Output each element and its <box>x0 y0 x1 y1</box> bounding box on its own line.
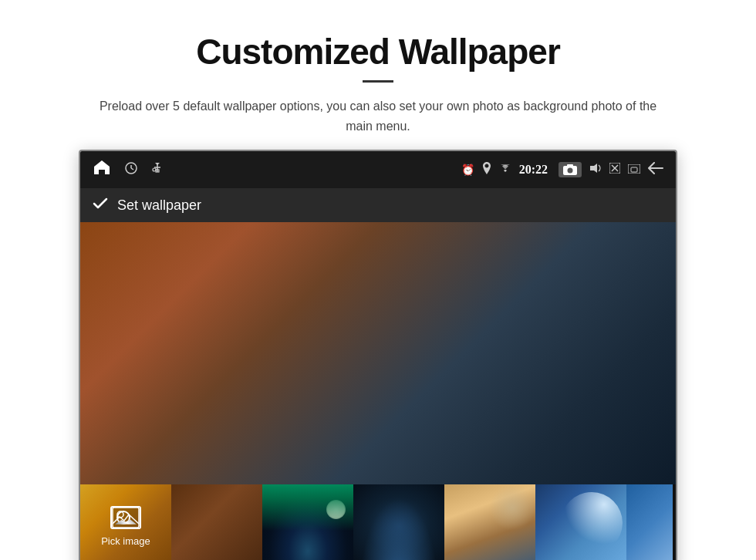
wallpaper-thumbnail-3[interactable] <box>353 484 444 560</box>
home-icon[interactable] <box>93 159 111 180</box>
svg-line-2 <box>131 168 133 170</box>
camera-active-icon[interactable] <box>559 162 582 177</box>
volume-icon[interactable] <box>589 163 602 177</box>
thumbnail-strip: Pick image <box>80 484 676 560</box>
wifi-icon <box>499 163 511 177</box>
wallpaper-thumbnail-2[interactable] <box>262 484 353 560</box>
svg-rect-10 <box>567 164 573 167</box>
svg-rect-17 <box>113 508 139 528</box>
status-bar: ⏰ 20:22 <box>80 151 676 188</box>
window-icon[interactable] <box>628 163 640 177</box>
wallpaper-thumbnail-1[interactable] <box>171 484 262 560</box>
page-title: Customized Wallpaper <box>62 31 694 73</box>
status-bar-left <box>93 159 164 180</box>
svg-marker-7 <box>155 163 160 165</box>
set-wallpaper-label: Set wallpaper <box>117 197 201 214</box>
wallpaper-thumbnail-6[interactable] <box>626 484 673 560</box>
wallpaper-bar: Set wallpaper <box>80 188 676 222</box>
pick-image-label: Pick image <box>101 535 150 547</box>
page-description: Preload over 5 default wallpaper options… <box>85 96 671 136</box>
time-display: 20:22 <box>519 163 548 177</box>
wallpaper-preview <box>80 222 676 484</box>
device-frame: ⏰ 20:22 <box>79 150 677 560</box>
wallpaper-thumbnail-4[interactable] <box>444 484 535 560</box>
svg-marker-11 <box>590 164 597 173</box>
check-icon <box>93 197 108 214</box>
pick-image-icon <box>110 506 141 529</box>
usb-icon <box>151 161 164 178</box>
pick-image-thumbnail[interactable]: Pick image <box>80 484 171 560</box>
status-bar-right: ⏰ 20:22 <box>461 162 663 177</box>
aurora-effect <box>262 484 353 531</box>
location-icon <box>482 162 491 177</box>
back-icon[interactable] <box>648 162 663 177</box>
svg-rect-16 <box>631 167 637 172</box>
alarm-icon: ⏰ <box>461 164 474 177</box>
svg-point-18 <box>117 511 123 518</box>
title-divider <box>363 80 393 83</box>
svg-point-9 <box>568 168 573 174</box>
close-icon[interactable] <box>609 163 620 177</box>
wallpaper-thumbnail-5[interactable] <box>535 484 626 560</box>
svg-point-5 <box>153 168 156 171</box>
clock-icon <box>125 162 137 177</box>
page-header: Customized Wallpaper Preload over 5 defa… <box>0 0 756 136</box>
